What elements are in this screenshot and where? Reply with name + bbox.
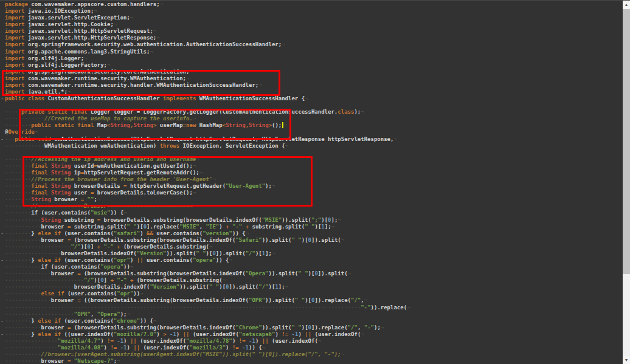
code-line[interactable]: ········final String user = browserDetai… <box>0 190 623 196</box>
code-line[interactable]: ···········browser = (browserDetails.sub… <box>0 325 623 331</box>
code-token: //browser=(userAgent.substring(userAgent… <box>41 351 341 357</box>
code-line[interactable]: ···········String substring = browserDet… <box>0 217 623 224</box>
fold-marker-icon[interactable]: - <box>1 230 4 237</box>
code-token: (user.contains( <box>61 318 114 324</box>
code-token: user.contains( <box>153 230 202 236</box>
code-line[interactable]: -········} else if (user.contains("opr")… <box>0 257 623 264</box>
code-line[interactable]: ·················browserDetails.indexOf(… <box>0 250 623 257</box>
eol-mark: ¬ <box>341 351 344 357</box>
code-line[interactable]: import javax.servlet.ServletException;¬ <box>0 15 623 21</box>
code-line[interactable]: -········} else if (user.contains("safar… <box>0 230 623 237</box>
code-token: && <box>147 230 153 236</box>
code-line[interactable]: import javax.servlet.http.HttpServletRes… <box>0 35 623 41</box>
scroll-up-button[interactable]: ▲ <box>623 1 630 9</box>
code-token: ) <box>140 230 147 236</box>
code-area[interactable]: package com.wavemaker.appscore.custom.ha… <box>0 1 623 364</box>
scroll-down-button[interactable]: ▼ <box>623 356 630 364</box>
code-line[interactable]: import org.apache.commons.lang3.StringUt… <box>0 49 623 55</box>
fold-marker-icon[interactable]: - <box>1 318 4 325</box>
code-token: ]; <box>279 284 285 290</box>
code-line[interactable]: -public class CustomAuthenticationSucces… <box>0 95 623 102</box>
code-line[interactable]: ························"/")[0] + "-" + … <box>0 277 623 284</box>
code-token: org.slf4j.LoggerFactory; <box>25 62 107 68</box>
fold-marker-icon[interactable]: - <box>1 95 4 102</box>
code-token: httpServletRequest.getRemoteAddr(); <box>84 170 199 176</box>
code-line[interactable]: ········//Process the browser info from … <box>0 176 623 183</box>
code-line[interactable]: import javax.servlet.http.Cookie;¬ <box>0 21 623 28</box>
code-line[interactable]: package com.wavemaker.appscore.custom.ha… <box>0 1 623 8</box>
code-line[interactable]: import javax.servlet.http.HttpServletReq… <box>0 28 623 35</box>
code-line[interactable]: ·····················browserDetails.inde… <box>0 284 623 290</box>
code-line[interactable]: ········final String ip=httpServletReque… <box>0 170 623 176</box>
eol-mark: ¬ <box>262 345 265 351</box>
code-line[interactable]: ················"mozilla/4.7") != -1) ||… <box>0 338 623 345</box>
indent-whitespace: ··········· <box>5 351 41 357</box>
code-line[interactable]: ··············browser = ((browserDetails… <box>0 297 623 304</box>
code-line[interactable]: ········public static final Map<String,S… <box>0 122 623 129</box>
fold-marker-icon[interactable]: - <box>1 136 4 143</box>
code-line[interactable]: -···public void onAuthenticationSuccess(… <box>0 136 623 143</box>
code-token: )).split( <box>269 270 299 276</box>
eol-mark: ¬ <box>153 28 156 34</box>
code-token: import <box>5 75 25 81</box>
code-token: String <box>51 183 71 189</box>
code-token: "User-Agent" <box>226 183 265 189</box>
code-token: browser <box>51 297 77 303</box>
code-token: (browserDetails.substring(browserDetails… <box>81 270 246 276</box>
code-token: ) <box>255 338 262 344</box>
code-line[interactable]: -········} else if (user.contains("chrom… <box>0 318 623 325</box>
code-line[interactable]: ········final String browserDetails = ht… <box>0 183 623 190</box>
eol-mark: ¬ <box>341 237 344 243</box>
code-line[interactable]: import java.util.*;¬ <box>0 89 623 95</box>
code-line[interactable]: ··············browser = (browserDetails.… <box>0 270 623 277</box>
code-line[interactable]: ················"mozilla/4.08") != -1) |… <box>0 345 623 351</box>
code-token: import <box>5 15 25 21</box>
code-token: ) <box>226 345 232 351</box>
code-line[interactable]: ····················"/")[0] + "-" + (bro… <box>0 244 623 250</box>
code-line[interactable]: ·····················"OPR", "Opera");¬ <box>0 311 623 318</box>
code-token: javax.servlet.ServletException; <box>25 15 130 21</box>
vertical-scrollbar[interactable]: ▲ ▼ <box>623 1 630 364</box>
code-token: CustomAuthenticationSuccessHandler <box>44 95 163 101</box>
code-token: )).split( <box>265 297 295 303</box>
code-line[interactable]: ········final String userId=wmAuthentica… <box>0 163 623 170</box>
code-token: (browserDetails.substring( <box>133 277 222 283</box>
code-line[interactable]: ···········else if (user.contains("opr")… <box>0 290 623 297</box>
code-line[interactable]: -········} else if ((user.indexOf("mozil… <box>0 331 623 338</box>
code-line[interactable]: import org.slf4j.LoggerFactory;¬ <box>0 62 623 69</box>
eol-mark: ¬ <box>246 230 249 236</box>
code-line[interactable]: ···········browser = "Netscape-?";¬ <box>0 358 623 364</box>
code-line[interactable]: import java.io.IOException;¬ <box>0 8 623 15</box>
code-line[interactable]: import org.springframework.security.core… <box>0 69 623 75</box>
code-line[interactable]: ········//Accessing the ip address and u… <box>0 156 623 163</box>
code-token: import <box>5 41 25 47</box>
code-line[interactable]: import org.springframework.security.web.… <box>0 41 623 48</box>
code-token: "netscape6" <box>239 331 275 337</box>
fold-marker-icon[interactable]: - <box>1 257 4 264</box>
code-line[interactable]: ···········//browser=(userAgent.substrin… <box>0 351 623 358</box>
code-line[interactable]: ········String browser = "";¬ <box>0 196 623 203</box>
scrollbar-thumb[interactable] <box>623 9 630 274</box>
code-line[interactable]: import org.slf4j.Logger;¬ <box>0 55 623 62</box>
code-line[interactable]: import com.wavemaker.runtime.security.ha… <box>0 82 623 89</box>
code-line[interactable]: ···········if (user.contains("opera"))¬ <box>0 264 623 270</box>
code-token: Override <box>8 129 34 135</box>
code-token: "mozilla/7.0" <box>114 331 156 337</box>
code-line[interactable] <box>0 149 623 156</box>
code-line[interactable] <box>0 102 623 109</box>
code-line[interactable]: ········if (user.contains("msie")) {¬ <box>0 210 623 216</box>
code-line[interactable]: ············//Created the useMap to capt… <box>0 115 623 122</box>
code-line[interactable]: ·····private static final Logger logger … <box>0 109 623 115</box>
code-line[interactable]: ···········browser = substring.split(" "… <box>0 224 623 230</box>
code-line[interactable]: ········//==============Browser=========… <box>0 203 623 210</box>
fold-marker-icon[interactable]: - <box>1 331 4 338</box>
code-token: httpServletRequest.getHeader( <box>127 183 226 189</box>
code-line[interactable]: ···········browser = (browserDetails.sub… <box>0 237 623 244</box>
code-token: ";" <box>311 217 321 223</box>
eol-mark: ¬ <box>338 217 341 223</box>
code-line[interactable]: ········································… <box>0 304 623 311</box>
code-line[interactable]: ············WMAuthentication wmAuthentic… <box>0 143 623 149</box>
code-line[interactable]: @Override¬ <box>0 129 623 136</box>
code-token: "-" <box>361 304 370 311</box>
code-line[interactable]: import com.wavemaker.runtime.security.WM… <box>0 75 623 82</box>
